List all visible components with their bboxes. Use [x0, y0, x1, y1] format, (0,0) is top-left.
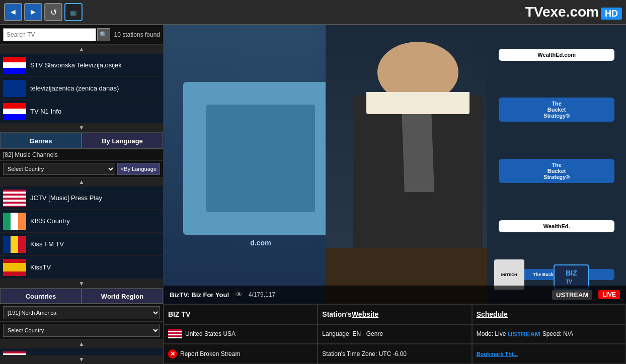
countries-worldregion-tabs: Countries World Region [0, 288, 163, 304]
station-item[interactable]: STV Slavonska Televizija,osijek [0, 54, 163, 77]
station-name: STV Slavonska Televizija,osijek [30, 61, 122, 69]
station-flag [3, 236, 26, 253]
scroll-up-top[interactable]: ▲ [0, 45, 163, 54]
language-label: Language: EN - Genre [322, 330, 383, 337]
by-language-tab[interactable]: By Language [82, 133, 163, 149]
mode-cell: Mode: Live USTREAM Speed: N/A [472, 324, 626, 344]
station-name: JCTV [Music] Press Play [30, 194, 102, 202]
stations-found: 10 stations found [114, 31, 160, 38]
report-cell[interactable]: ✕ Report Broken Stream [164, 344, 318, 364]
scroll-down-top[interactable]: ▼ [0, 123, 163, 132]
station-name: Kiss FM TV [30, 240, 64, 248]
timezone-cell: Station's Time Zone: UTC -6.00 [318, 344, 472, 364]
brand-wealth-ed-1: WealthEd.com [499, 49, 614, 61]
schedule-cell[interactable]: Schedule [472, 304, 626, 324]
eye-icon: 👁 [236, 291, 243, 299]
search-button[interactable]: 🔍 [97, 28, 110, 41]
main-layout: 🔍 10 stations found ▲ STV Slavonska Tele… [0, 25, 626, 364]
station-item[interactable]: KISS Country [0, 210, 163, 233]
bottom-station-list: Betty Boop 24x7 [TubTub.com] BIZ TV Bloo… [0, 348, 163, 355]
sidebar: 🔍 10 stations found ▲ STV Slavonska Tele… [0, 25, 164, 364]
genre-info: [82] Music Channels [0, 149, 163, 161]
station-flag [3, 213, 26, 230]
live-badge: LIVE [598, 290, 620, 299]
video-scene: d.com WealthEd.com [164, 25, 626, 304]
brand-wealth-ed-2: WealthEd. [499, 220, 614, 232]
station-flag [3, 80, 26, 97]
world-region-tab[interactable]: World Region [82, 289, 163, 304]
video-title: BizTV: Biz For You! [170, 291, 229, 299]
country-cell: United States USA [164, 324, 318, 344]
top-station-list: STV Slavonska Televizija,osijek televizi… [0, 54, 163, 123]
station-name-label: BIZ TV [168, 310, 190, 318]
station-flag [3, 103, 26, 120]
station-name: KissTV [30, 263, 51, 271]
station-item[interactable]: KissTV [0, 256, 163, 279]
genre-filter-row: Select Country <By Language [0, 161, 163, 177]
station-item[interactable]: Betty Boop 24x7 [TubTub.com] [0, 348, 163, 355]
by-language-btn[interactable]: <By Language [117, 163, 160, 175]
brand-logo: TVexe.comHD [525, 4, 622, 20]
timezone-label: Station's Time Zone: UTC -6.00 [322, 350, 407, 357]
website-link[interactable]: Website [352, 310, 378, 318]
content-area: d.com WealthEd.com [164, 25, 626, 364]
station-item[interactable]: televizijazenica (zenica danas) [0, 77, 163, 100]
scroll-up-bottom[interactable]: ▲ [0, 339, 163, 348]
video-bar: BizTV: Biz For You! 👁 4/179,117 USTREAM … [164, 286, 626, 304]
error-icon: ✕ [168, 349, 177, 358]
brand-text: TVexe.com [525, 4, 599, 20]
station-website-label: Station's [322, 310, 352, 318]
search-input[interactable] [3, 28, 96, 41]
music-station-list: JCTV [Music] Press Play KISS Country Kis… [0, 187, 163, 279]
station-website-cell[interactable]: Station's Website [318, 304, 472, 324]
report-label[interactable]: Report Broken Stream [180, 350, 240, 357]
country-select[interactable]: Select Country [3, 324, 160, 337]
bookmark-cell[interactable]: Bookmark Thi... [472, 344, 626, 364]
genre-language-tabs: Genres By Language [0, 132, 163, 149]
forward-button[interactable]: ► [24, 3, 42, 21]
genre-label: [82] Music Channels [3, 151, 58, 158]
top-nav: ◄ ► ↺ 📺 TVexe.comHD [0, 0, 626, 25]
back-button[interactable]: ◄ [4, 3, 22, 21]
ustream-text: USTREAM [556, 291, 588, 299]
station-item[interactable]: JCTV [Music] Press Play [0, 187, 163, 210]
scroll-down-bottom[interactable]: ▼ [0, 355, 163, 364]
station-flag [3, 259, 26, 276]
station-flag [3, 190, 26, 207]
ustream-badge: USTREAM [552, 290, 592, 300]
usa-flag-small [168, 329, 182, 338]
tv-button[interactable]: 📺 [64, 3, 83, 21]
region-select-row: [191] North America [0, 304, 163, 322]
station-name: televizijazenica (zenica danas) [30, 84, 119, 92]
station-flag [3, 57, 26, 74]
brand-bucket-1: TheBucketStrategy® [499, 98, 614, 122]
scroll-down-music[interactable]: ▼ [0, 279, 163, 288]
refresh-button[interactable]: ↺ [44, 3, 62, 21]
brand-bucket-2: TheBucketStrategy® [499, 159, 614, 183]
mode-label: Mode: Live [477, 330, 506, 337]
region-select[interactable]: [191] North America [3, 306, 160, 319]
search-bar: 🔍 10 stations found [0, 25, 163, 45]
genres-tab[interactable]: Genres [0, 133, 82, 149]
speed-label: Speed: N/A [542, 330, 573, 337]
info-panel: BIZ TV Station's Website Schedule United… [164, 304, 626, 364]
schedule-label[interactable]: Schedule [477, 310, 508, 318]
country-label: United States USA [185, 330, 236, 337]
genre-country-select[interactable]: Select Country [3, 163, 115, 175]
station-flag [3, 351, 26, 355]
ustream-logo: USTREAM [508, 330, 540, 338]
language-cell: Language: EN - Genre [318, 324, 472, 344]
view-count: 4/179,117 [249, 291, 275, 298]
station-item[interactable]: TV N1 Info [0, 100, 163, 123]
station-name: TV N1 Info [30, 108, 61, 115]
station-name-cell: BIZ TV [164, 304, 318, 324]
station-item[interactable]: Kiss FM TV [0, 233, 163, 256]
bookmark-label[interactable]: Bookmark Thi... [477, 351, 518, 357]
brand-hd: HD [601, 8, 622, 20]
countries-tab[interactable]: Countries [0, 289, 82, 304]
station-name: KISS Country [30, 217, 70, 225]
scroll-up-music[interactable]: ▲ [0, 177, 163, 187]
video-center [326, 25, 511, 304]
video-player[interactable]: d.com WealthEd.com [164, 25, 626, 304]
